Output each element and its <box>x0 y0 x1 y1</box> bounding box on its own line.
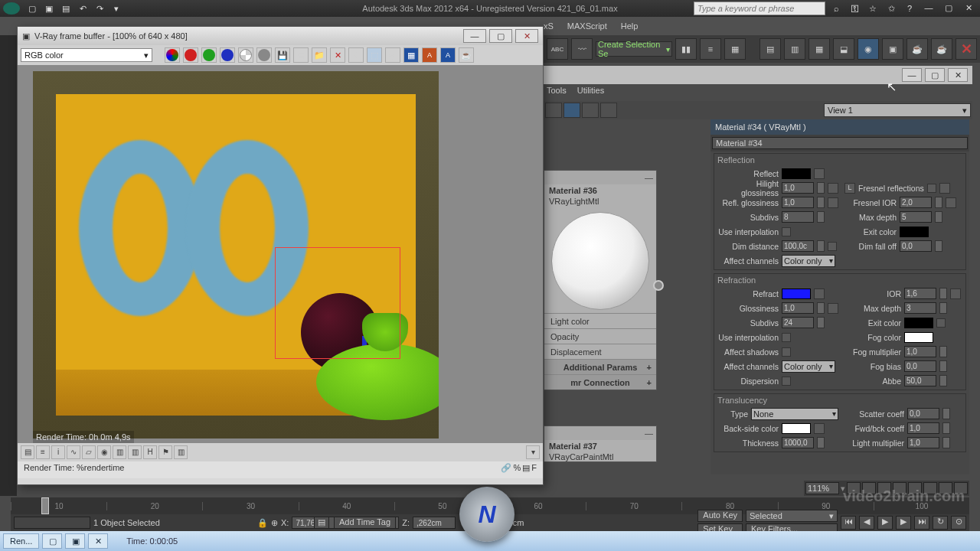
star2-icon[interactable]: ✩ <box>884 2 899 15</box>
affect-shadows-check[interactable] <box>782 347 791 357</box>
z-coord-field[interactable]: ,262cm <box>413 517 456 529</box>
maxscript-mini-icon[interactable]: ▤ <box>314 517 329 529</box>
redo-icon[interactable]: ↷ <box>92 2 107 15</box>
vfs-icon[interactable]: ▦ <box>403 47 419 63</box>
open-icon[interactable]: ▣ <box>41 2 57 15</box>
vfb-maximize-button[interactable]: ▢ <box>489 29 512 43</box>
teapot-render-icon[interactable]: ☕ <box>459 47 474 63</box>
time-config-icon[interactable]: ⊙ <box>951 516 966 530</box>
fresnel-ior-spinner[interactable]: 2,0 <box>900 197 932 208</box>
loop-icon[interactable]: ↻ <box>933 516 948 530</box>
maximize-button[interactable]: ▢ <box>940 3 957 14</box>
menu-maxscript[interactable]: MAXScript <box>567 21 607 31</box>
move-icon[interactable] <box>582 103 599 118</box>
nav-icon[interactable] <box>893 482 906 494</box>
open-icon[interactable]: 📁 <box>312 47 327 63</box>
taskbar-app-button[interactable]: Ren... <box>3 533 39 549</box>
wand-icon[interactable] <box>600 103 617 118</box>
curve-editor-icon[interactable]: ▤ <box>760 38 781 60</box>
reflect-map-button[interactable] <box>814 168 825 179</box>
refl-maxdepth-spinner[interactable]: 5 <box>900 211 932 223</box>
menu-utilities[interactable]: Utilities <box>577 86 604 101</box>
fwd-spinner[interactable]: 1,0 <box>907 422 939 434</box>
refr-maxdepth-spinner[interactable]: 3 <box>904 302 936 314</box>
red-channel-icon[interactable] <box>183 47 198 63</box>
save-all-icon[interactable]: ▤ <box>293 47 309 63</box>
refl-gloss-spinner[interactable]: 1,0 <box>782 197 814 208</box>
mono-channel-icon[interactable] <box>256 47 272 63</box>
refr-subdivs-spinner[interactable]: 24 <box>782 317 814 328</box>
brush-icon[interactable]: 〰 <box>571 38 593 60</box>
taskbar-btn3[interactable]: ▣ <box>65 533 85 549</box>
undo-icon[interactable]: ↶ <box>75 2 90 15</box>
view-dropdown[interactable]: View 1▾ <box>824 103 971 117</box>
card-collapse-icon[interactable]: — <box>645 429 653 438</box>
prompt-field[interactable] <box>14 517 90 529</box>
region-render-icon[interactable]: ⬚ <box>367 47 382 63</box>
close-button[interactable]: ✕ <box>960 3 977 14</box>
coord-toggle-icon[interactable]: ⊕ <box>271 518 278 528</box>
lock-icon[interactable]: 🔒 <box>257 518 268 528</box>
rollout-mr-connection[interactable]: mr Connection+ <box>544 374 656 390</box>
save-icon[interactable]: ▤ <box>58 2 74 15</box>
menu-xs[interactable]: xS <box>544 21 554 31</box>
nav4-icon[interactable] <box>939 482 952 494</box>
material-name-field[interactable] <box>712 137 968 149</box>
cc-a-icon[interactable]: A <box>422 47 437 63</box>
stamp-font-icon[interactable]: F <box>531 463 537 473</box>
stamp-cfg-icon[interactable]: ▤ <box>522 463 530 473</box>
goto-end-button[interactable]: ⏭ <box>914 516 929 530</box>
blue-channel-icon[interactable] <box>220 47 235 63</box>
align-icon[interactable]: ≡ <box>700 38 721 60</box>
bar2-icon[interactable]: ▥ <box>174 445 188 459</box>
track-mouse-icon[interactable]: ◎ <box>385 47 400 63</box>
prev-frame-button[interactable]: ◀ <box>859 516 874 530</box>
select-icon[interactable] <box>564 103 580 118</box>
material-card-37[interactable]: — Material #37 VRayCarPaintMtl <box>544 425 657 462</box>
ior-spinner[interactable]: 1,6 <box>904 288 936 299</box>
dd-icon[interactable]: ▾ <box>526 445 540 459</box>
slot-displacement[interactable]: Displacement <box>544 344 656 359</box>
refr-affect-dropdown[interactable]: Color only▾ <box>782 360 835 373</box>
layers-icon[interactable]: ▦ <box>724 38 746 60</box>
refr-exit-swatch[interactable] <box>904 318 933 328</box>
slot-opacity[interactable]: Opacity <box>544 328 656 344</box>
dim-falloff-spinner[interactable]: 0,0 <box>900 240 932 252</box>
refract-swatch[interactable] <box>782 289 811 299</box>
material-card-36[interactable]: — Material #36 VRayLightMtl Light color … <box>544 170 657 390</box>
zoom-tool-icon[interactable] <box>847 482 861 494</box>
region-render-box[interactable] <box>275 247 400 359</box>
schematic-icon[interactable]: ▥ <box>784 38 805 60</box>
abbe-spinner[interactable]: 50,0 <box>904 375 936 386</box>
teapot2-icon[interactable]: ☕ <box>931 38 952 60</box>
goto-start-button[interactable]: ⏮ <box>841 516 856 530</box>
new-icon[interactable]: ▢ <box>24 2 40 15</box>
arrow-icon[interactable] <box>545 103 562 118</box>
clone-icon[interactable]: ※ <box>348 47 364 63</box>
nav3-icon[interactable] <box>923 482 937 494</box>
vfb-close-button[interactable]: ✕ <box>515 29 538 43</box>
gear-icon[interactable]: ◉ <box>97 445 111 459</box>
vfb-titlebar[interactable]: ▣ V-Ray frame buffer - [100% of 640 x 48… <box>18 27 543 45</box>
save-image-icon[interactable]: 💾 <box>275 47 290 63</box>
channel-dropdown[interactable]: RGB color▾ <box>21 48 152 62</box>
i-icon[interactable]: i <box>51 445 65 459</box>
flag-icon[interactable]: ⚑ <box>158 445 172 459</box>
refl-interp-check[interactable] <box>782 227 791 236</box>
dim-dist-spinner[interactable]: 100,0c <box>782 240 814 252</box>
taskbar-btn4[interactable]: ✕ <box>88 533 108 549</box>
clear-icon[interactable]: ✕ <box>330 47 345 63</box>
mirror-icon[interactable]: ▮▮ <box>675 38 697 60</box>
link-icon[interactable]: ▾ <box>109 2 124 15</box>
lightmult-spinner[interactable]: 1,0 <box>907 437 939 448</box>
levels-icon[interactable]: ▥ <box>113 445 126 459</box>
fog-swatch[interactable] <box>904 332 933 343</box>
thickness-spinner[interactable]: 1000,0 <box>782 437 814 448</box>
star-icon[interactable]: ☆ <box>865 2 880 15</box>
nav2-icon[interactable] <box>908 482 922 494</box>
selection-set-dropdown[interactable]: Create Selection Se▾ <box>596 41 672 57</box>
h-icon[interactable]: H <box>143 445 157 459</box>
stamp-pct-icon[interactable]: % <box>513 463 521 473</box>
fog-bias-spinner[interactable]: 0,0 <box>904 360 936 372</box>
panel-close-button[interactable]: ✕ <box>948 68 968 82</box>
